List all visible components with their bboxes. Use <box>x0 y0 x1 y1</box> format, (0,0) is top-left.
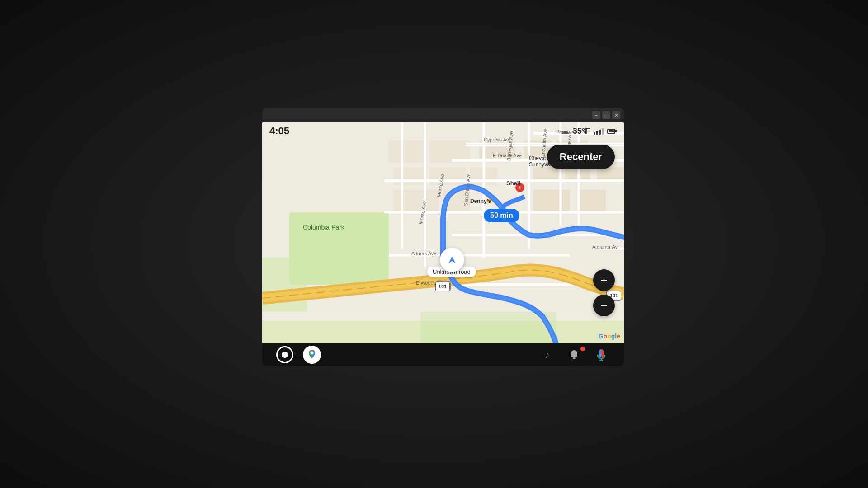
status-bar: 4:05 ☁ 35°F <box>262 122 624 140</box>
columbia-park-label: Columbia Park <box>303 224 344 231</box>
google-maps-icon <box>303 346 321 364</box>
google-maps-button[interactable] <box>298 345 326 365</box>
minimize-button[interactable]: − <box>592 111 600 119</box>
home-icon <box>276 346 293 363</box>
svg-marker-43 <box>448 255 457 264</box>
notifications-icon <box>568 348 580 361</box>
zoom-controls: + − <box>593 269 615 316</box>
svg-rect-16 <box>429 167 466 185</box>
music-icon: ♪ <box>541 348 553 361</box>
window-chrome: − □ ✕ <box>262 108 624 122</box>
zoom-out-button[interactable]: − <box>593 295 615 316</box>
battery-icon <box>607 129 617 134</box>
svg-text:♪: ♪ <box>545 349 550 360</box>
zoom-in-button[interactable]: + <box>593 269 615 291</box>
highway-101-badge-left: 101 <box>435 282 450 291</box>
temperature-display: 35°F <box>573 127 590 136</box>
route-time-text: 50 min <box>490 211 513 219</box>
signal-bars <box>594 127 604 135</box>
svg-rect-15 <box>393 167 425 185</box>
notification-badge <box>580 347 585 351</box>
google-logo: Google <box>599 333 620 340</box>
bottom-nav-bar: ♪ <box>262 343 624 366</box>
weather-icon: ☁ <box>561 126 569 136</box>
route-time-bubble: 50 min <box>484 209 519 222</box>
time-display: 4:05 <box>269 125 289 137</box>
dennys-label: Denny's <box>470 198 491 204</box>
map-screen: ⛽ ⛽ Cypress Ave Beechnut Ave E Duane Ave… <box>262 122 624 343</box>
svg-rect-18 <box>393 190 439 212</box>
svg-rect-47 <box>573 357 576 359</box>
notifications-button[interactable] <box>561 345 588 365</box>
recenter-label: Recenter <box>560 151 602 162</box>
infotainment-screen-container: − □ ✕ <box>262 122 624 366</box>
svg-rect-13 <box>389 140 425 163</box>
shell-label: Shell <box>506 180 520 187</box>
nav-arrow <box>440 248 464 272</box>
music-button[interactable]: ♪ <box>533 345 561 365</box>
svg-rect-4 <box>420 312 556 343</box>
svg-rect-12 <box>579 190 606 212</box>
recenter-button[interactable]: Recenter <box>547 145 615 169</box>
home-button[interactable] <box>271 345 298 365</box>
street-alturas: Alturas Ave <box>411 251 436 256</box>
assistant-icon <box>594 347 609 362</box>
svg-rect-11 <box>533 190 570 212</box>
home-icon-inner <box>282 352 288 358</box>
maximize-button[interactable]: □ <box>602 111 610 119</box>
status-right: ☁ 35°F <box>561 126 617 136</box>
street-almanor: Almanor Av <box>592 244 618 249</box>
assistant-button[interactable] <box>588 345 615 365</box>
svg-point-45 <box>311 352 314 355</box>
close-button[interactable]: ✕ <box>612 111 620 119</box>
